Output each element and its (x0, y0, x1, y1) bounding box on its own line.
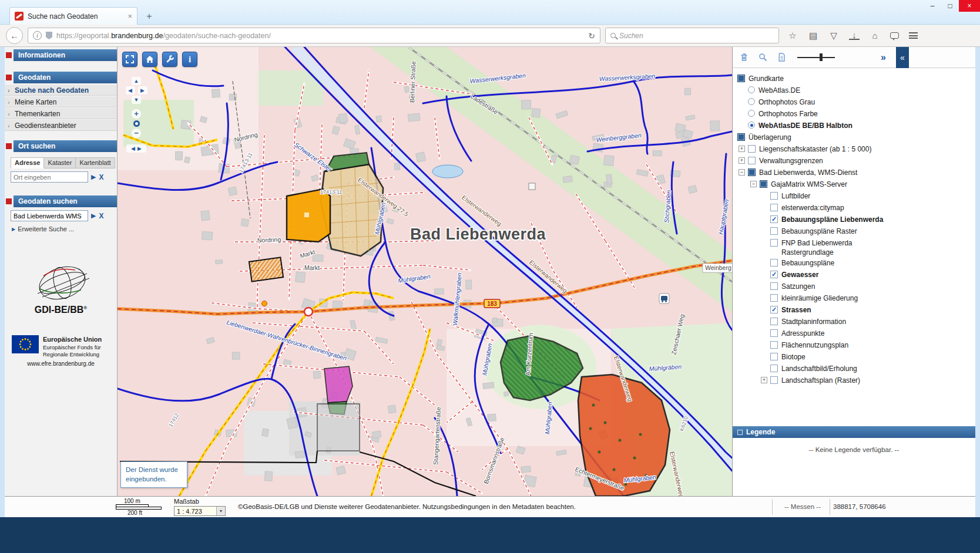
group-icon[interactable] (737, 133, 745, 141)
layer-tree-row[interactable]: −Bad Liebenwerda, WMS-Dienst (733, 167, 975, 178)
sidebar-item-themenkarten[interactable]: ›Themenkarten (5, 107, 117, 119)
remove-layer-button[interactable] (739, 52, 750, 63)
sidebar-item-meine-karten[interactable]: ›Meine Karten (5, 96, 117, 107)
checkbox-icon[interactable] (770, 376, 778, 384)
tab-kartenblatt[interactable]: Kartenblatt (76, 157, 115, 168)
layer-label[interactable]: Stadtplaninformation (781, 316, 846, 326)
layer-tree-row[interactable]: +Landschaftsplan (Raster) (733, 375, 975, 386)
ort-search-button[interactable]: ▶ (91, 173, 96, 181)
checkbox-icon[interactable] (748, 145, 756, 153)
zoom-in-button[interactable]: + (132, 109, 141, 119)
layer-tree-row[interactable]: Bebauungspläne (733, 257, 975, 269)
ort-input[interactable] (11, 171, 88, 183)
window-maximize-button[interactable]: □ (941, 0, 959, 12)
layer-label[interactable]: Überlagerung (749, 131, 791, 142)
layer-search-button[interactable] (757, 52, 768, 63)
layer-label[interactable]: Luftbilder (781, 190, 810, 201)
erweiterte-suche-link[interactable]: ▶ Erweiterte Suche ... (12, 225, 117, 232)
layer-label[interactable]: Flächennutzungsplan (781, 339, 848, 350)
tab-close-icon[interactable]: × (127, 12, 132, 21)
layer-tree-row[interactable]: Stadtplaninformation (733, 316, 975, 328)
layer-label[interactable]: Bebauungspläne Raster (781, 225, 857, 236)
map-viewport[interactable]: 183 WasserwerksgrabenWasserwerksgrabenSc… (118, 47, 732, 496)
radio-icon[interactable] (748, 98, 755, 105)
layer-label[interactable]: Bebauungspläne (781, 257, 834, 268)
layer-tree-row[interactable]: Orthophotos Grau (733, 96, 975, 108)
checkbox-icon[interactable] (770, 204, 778, 211)
checkbox-icon[interactable] (770, 341, 778, 349)
layer-label[interactable]: Orthophotos Farbe (759, 108, 818, 119)
back-button[interactable]: ← (6, 27, 23, 44)
layer-label[interactable]: Bad Liebenwerda, WMS-Dienst (759, 167, 857, 177)
layer-label[interactable]: Liegenschaftskataster (ab 1 : 5 000) (759, 143, 871, 154)
home-button-icon[interactable]: ⌂ (870, 31, 880, 41)
scale-select[interactable]: 1 : 4.723 ▾ (174, 506, 226, 516)
layer-label[interactable]: WebAtlasDE BE/BB Halbton (759, 120, 853, 130)
slider-handle[interactable] (820, 53, 823, 61)
checkbox-icon[interactable] (770, 227, 778, 235)
layer-label[interactable]: Bebauungspläne Liebenwerda (781, 214, 883, 224)
layer-tree-row[interactable]: kleinräumige Gliederung (733, 292, 975, 304)
layer-tree-row[interactable]: WebAtlas.DE (733, 85, 975, 96)
tab-kataster[interactable]: Kataster (44, 157, 76, 168)
bookmark-star-icon[interactable]: ☆ (787, 31, 798, 41)
layer-label[interactable]: Satzungen (781, 281, 815, 291)
tree-plus-expander-icon[interactable]: + (739, 146, 745, 152)
checkbox-icon[interactable] (748, 157, 756, 164)
layer-label[interactable]: Biotope (781, 351, 806, 362)
layer-tree-row[interactable]: ✓Strassen (733, 304, 975, 316)
layer-label[interactable]: GajaMatrix WMS-Server (771, 178, 847, 189)
sidebar-item-suche-nach-geodaten[interactable]: ›Suche nach Geodaten (5, 84, 117, 96)
pan-left-button[interactable]: ◀ (126, 86, 135, 95)
layer-tree-row[interactable]: Orthophotos Farbe (733, 108, 975, 120)
layer-tree-row[interactable]: Satzungen (733, 281, 975, 292)
layer-label[interactable]: Grundkarte (749, 73, 784, 83)
page-info-icon[interactable]: i (33, 31, 42, 40)
downloads-icon[interactable]: ↓ (849, 31, 860, 40)
tree-minus-expander-icon[interactable]: − (750, 181, 757, 187)
layer-tree-row[interactable]: +Liegenschaftskataster (ab 1 : 5 000) (733, 143, 975, 155)
layer-tree-row[interactable]: +Verwaltungsgrenzen (733, 155, 975, 167)
home-extent-button[interactable] (142, 52, 157, 67)
full-extent-button[interactable] (122, 52, 137, 67)
tree-plus-expander-icon[interactable]: + (739, 157, 745, 164)
panel-expand-button[interactable]: » (881, 52, 888, 63)
layer-label[interactable]: Verwaltungsgrenzen (759, 155, 823, 166)
layer-label[interactable]: kleinräumige Gliederung (781, 292, 858, 303)
radio-icon[interactable] (748, 110, 755, 117)
layer-tree-row[interactable]: Luftbilder (733, 190, 975, 202)
mixed-content-shield-icon[interactable] (46, 32, 52, 39)
checkbox-icon[interactable] (770, 329, 778, 337)
sidebar-item-geodiensteanbieter[interactable]: ›Geodiensteanbieter (5, 119, 117, 131)
layer-opacity-slider[interactable] (797, 52, 835, 62)
checkbox-checked-icon[interactable]: ✓ (770, 271, 778, 278)
layer-tree-row[interactable]: ✓Bebauungspläne Liebenwerda (733, 214, 975, 225)
checkbox-checked-icon[interactable]: ✓ (770, 306, 778, 313)
checkbox-icon[interactable] (770, 259, 778, 267)
layer-tree-row[interactable]: Grundkarte (733, 73, 975, 85)
layer-tree-row[interactable]: Überlagerung (733, 131, 975, 143)
layer-label[interactable]: Landschaftbild/Erholung (781, 363, 857, 373)
layer-tree-row[interactable]: elsterwerda:citymap (733, 202, 975, 214)
layer-label[interactable]: Landschaftsplan (Raster) (781, 375, 860, 385)
browser-tab[interactable]: Suche nach Geodaten × (9, 7, 137, 25)
pan-up-button[interactable]: ▲ (132, 77, 141, 85)
menu-hamburger-icon[interactable] (909, 32, 918, 39)
layer-tree-row[interactable]: Biotope (733, 351, 975, 363)
group-icon[interactable] (748, 168, 756, 176)
ort-clear-button[interactable]: X (99, 173, 103, 181)
layer-tree-row[interactable]: FNP Bad LiebenwerdaRastergrundlage (733, 237, 975, 257)
pocket-icon[interactable]: ▽ (828, 31, 839, 41)
layer-label[interactable]: Gewaesser (781, 269, 818, 279)
browser-search-box[interactable] (605, 28, 779, 43)
layer-metadata-button[interactable] (776, 52, 787, 63)
layer-tree-row[interactable]: ✓Gewaesser (733, 269, 975, 281)
layer-label[interactable]: Adresspunkte (781, 328, 824, 338)
map-canvas[interactable]: 183 WasserwerksgrabenWasserwerksgrabenSc… (118, 47, 732, 496)
pan-right-button[interactable]: ▶ (138, 86, 147, 95)
layer-tree-row[interactable]: Bebauungspläne Raster (733, 225, 975, 237)
checkbox-icon[interactable] (770, 282, 778, 290)
checkbox-icon[interactable] (770, 239, 778, 247)
checkbox-icon[interactable] (770, 318, 778, 325)
checkbox-icon[interactable] (770, 294, 778, 302)
